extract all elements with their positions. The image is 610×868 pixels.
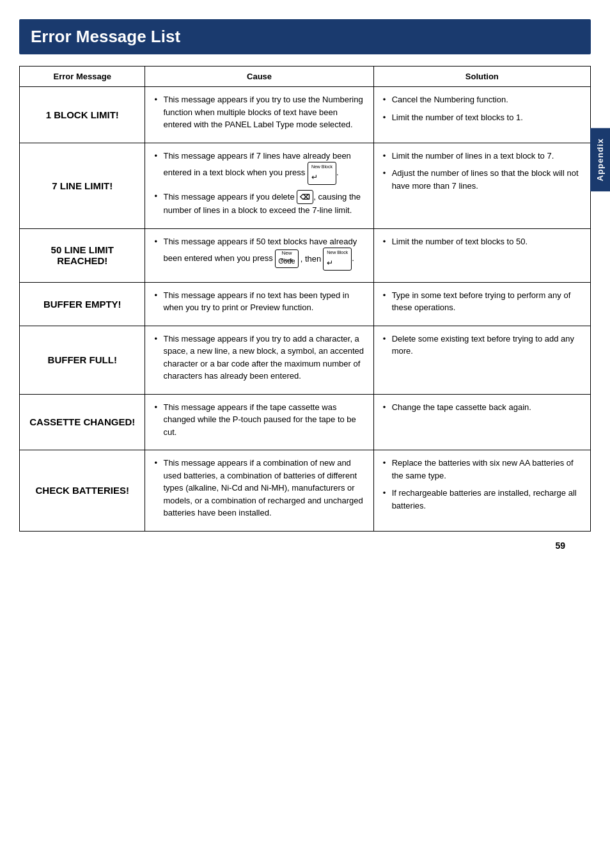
cause-cell: This message appears if you try to use t… [145,87,373,143]
list-item: This message appears if 50 text blocks h… [153,235,365,271]
col-header-solution: Solution [373,67,590,87]
list-item: This message appears if no text has been… [153,289,365,314]
table-row: 50 LINE LIMIT REACHED! This message appe… [20,228,591,282]
cause-cell: This message appears if no text has been… [145,282,373,326]
list-item: Change the tape cassette back again. [382,401,583,414]
list-item: If rechargeable batteries are installed,… [382,487,583,512]
error-message-table: Error Message Cause Solution 1 BLOCK LIM… [19,66,591,532]
enter-key: New Block ↵ [323,248,352,271]
list-item: This message appears if the tape cassett… [153,401,365,439]
list-item: This message appears if 7 lines have alr… [153,150,365,185]
table-row: CHECK BATTERIES! This message appears if… [20,450,591,532]
table-row: CASSETTE CHANGED! This message appears i… [20,394,591,450]
solution-cell: Cancel the Numbering function. Limit the… [373,87,590,143]
sidebar-tab: Appendix [590,128,610,191]
table-row: 7 LINE LIMIT! This message appears if 7 … [20,143,591,228]
solution-cell: Change the tape cassette back again. [373,394,590,450]
cause-cell: This message appears if 50 text blocks h… [145,228,373,282]
page-title: Error Message List [31,27,579,47]
list-item: This message appears if you delete ⌫, ca… [153,190,365,217]
solution-cell: Replace the batteries with six new AA ba… [373,450,590,532]
cause-cell: This message appears if a combination of… [145,450,373,532]
list-item: Adjust the number of lines so that the b… [382,167,583,192]
list-item: Cancel the Numbering function. [382,93,583,106]
list-item: Limit the number of text blocks to 50. [382,235,583,248]
table-row: BUFFER FULL! This message appears if you… [20,326,591,394]
title-bar: Error Message List [19,19,591,54]
code-key: New Block Code [275,249,298,268]
list-item: Limit the number of lines in a text bloc… [382,150,583,162]
col-header-error: Error Message [20,67,145,87]
error-label: CASSETTE CHANGED! [20,394,145,450]
page-container: Error Message List Appendix Error Messag… [0,0,610,570]
solution-cell: Type in some text before trying to perfo… [373,282,590,326]
error-label: 1 BLOCK LIMIT! [20,87,145,143]
error-label: 50 LINE LIMIT REACHED! [20,228,145,282]
delete-key: ⌫ [297,190,313,205]
error-label: 7 LINE LIMIT! [20,143,145,228]
col-header-cause: Cause [145,67,373,87]
error-label: CHECK BATTERIES! [20,450,145,532]
list-item: Type in some text before trying to perfo… [382,289,583,314]
solution-cell: Delete some existing text before trying … [373,326,590,394]
new-block-key: New Block ↵ [308,162,336,185]
error-label: BUFFER EMPTY! [20,282,145,326]
list-item: Replace the batteries with six new AA ba… [382,457,583,482]
error-label: BUFFER FULL! [20,326,145,394]
solution-cell: Limit the number of lines in a text bloc… [373,143,590,228]
cause-cell: This message appears if 7 lines have alr… [145,143,373,228]
cause-cell: This message appears if the tape cassett… [145,394,373,450]
list-item: Delete some existing text before trying … [382,333,583,358]
table-row: BUFFER EMPTY! This message appears if no… [20,282,591,326]
page-number: 59 [19,541,591,551]
list-item: This message appears if you try to add a… [153,333,365,383]
list-item: This message appears if a combination of… [153,457,365,519]
cause-cell: This message appears if you try to add a… [145,326,373,394]
list-item: Limit the number of text blocks to 1. [382,111,583,124]
solution-cell: Limit the number of text blocks to 50. [373,228,590,282]
table-row: 1 BLOCK LIMIT! This message appears if y… [20,87,591,143]
list-item: This message appears if you try to use t… [153,93,365,131]
